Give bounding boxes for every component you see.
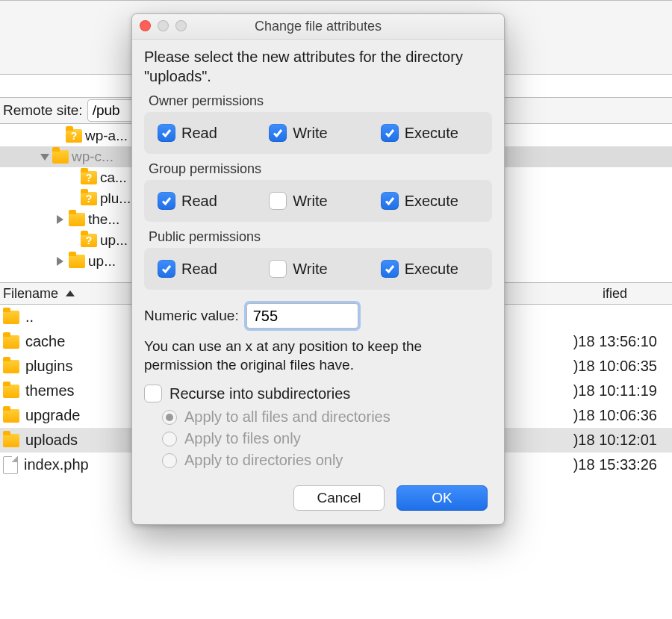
group-permissions-box: Read Write Execute bbox=[144, 180, 492, 222]
public-permissions-label: Public permissions bbox=[149, 229, 492, 245]
unknown-badge-icon: ? bbox=[66, 129, 82, 143]
radio-apply-dirs-label: Apply to directories only bbox=[184, 452, 343, 469]
chevron-down-icon[interactable] bbox=[40, 154, 49, 161]
owner-permissions-label: Owner permissions bbox=[149, 93, 492, 109]
tree-item-label: the... bbox=[88, 211, 119, 228]
dialog-instruction: Please select the new attributes for the… bbox=[144, 47, 492, 86]
folder-icon: ? bbox=[66, 129, 82, 143]
public-execute-label: Execute bbox=[405, 261, 458, 278]
numeric-value-input[interactable] bbox=[246, 303, 358, 329]
file-timestamp: )18 13:56:10 bbox=[573, 333, 657, 350]
file-timestamp: )18 10:12:01 bbox=[573, 432, 657, 449]
folder-icon bbox=[3, 409, 19, 423]
radio-apply-files-label: Apply to files only bbox=[184, 430, 301, 447]
file-name: themes bbox=[25, 382, 75, 399]
tree-item-label: ca... bbox=[100, 169, 127, 186]
window-controls bbox=[140, 20, 187, 31]
file-timestamp: )18 10:06:35 bbox=[573, 358, 657, 375]
recurse-options: Apply to all files and directories Apply… bbox=[162, 408, 492, 469]
folder-icon bbox=[3, 311, 19, 324]
tree-item-label: up... bbox=[88, 253, 116, 270]
tree-item-label: wp-a... bbox=[85, 128, 128, 144]
dialog-titlebar: Change file attributes bbox=[132, 14, 504, 40]
minimize-icon bbox=[158, 20, 169, 31]
file-name: index.php bbox=[24, 456, 89, 473]
owner-write-label: Write bbox=[293, 125, 327, 142]
owner-permissions-box: Read Write Execute bbox=[144, 112, 492, 154]
folder-icon bbox=[69, 255, 85, 268]
folder-icon bbox=[3, 360, 19, 373]
radio-apply-dirs bbox=[162, 453, 177, 468]
owner-execute-checkbox[interactable] bbox=[381, 124, 399, 142]
tree-item-label: up... bbox=[100, 232, 128, 249]
folder-icon bbox=[52, 150, 69, 164]
group-write-checkbox[interactable] bbox=[269, 192, 287, 210]
numeric-hint: You can use an x at any position to keep… bbox=[144, 338, 492, 374]
remote-site-label: Remote site: bbox=[3, 102, 83, 119]
folder-icon bbox=[3, 434, 19, 447]
close-icon[interactable] bbox=[140, 20, 151, 31]
file-name: .. bbox=[25, 308, 34, 326]
folder-icon bbox=[3, 385, 19, 398]
unknown-badge-icon: ? bbox=[81, 171, 97, 184]
folder-icon: ? bbox=[81, 192, 97, 205]
folder-icon bbox=[69, 213, 85, 226]
radio-apply-files bbox=[162, 432, 177, 447]
column-filename[interactable]: Filename bbox=[3, 286, 58, 302]
file-timestamp: )18 10:11:19 bbox=[573, 382, 657, 399]
folder-icon: ? bbox=[81, 234, 97, 247]
cancel-button[interactable]: Cancel bbox=[293, 485, 385, 511]
public-execute-checkbox[interactable] bbox=[381, 260, 399, 278]
public-write-checkbox[interactable] bbox=[269, 260, 287, 278]
file-icon bbox=[3, 456, 18, 474]
public-read-checkbox[interactable] bbox=[158, 260, 175, 278]
dialog-title: Change file attributes bbox=[255, 19, 382, 34]
chevron-right-icon[interactable] bbox=[57, 215, 66, 224]
public-permissions-box: Read Write Execute bbox=[144, 248, 492, 290]
file-name: plugins bbox=[25, 358, 72, 375]
public-write-label: Write bbox=[293, 261, 327, 278]
tree-item-label: wp-c... bbox=[72, 149, 113, 165]
radio-apply-all bbox=[162, 410, 177, 425]
owner-read-checkbox[interactable] bbox=[158, 124, 175, 142]
folder-icon bbox=[3, 335, 19, 349]
sort-ascending-icon bbox=[66, 290, 75, 296]
file-timestamp: )18 15:33:26 bbox=[573, 456, 657, 473]
group-permissions-label: Group permissions bbox=[149, 161, 492, 177]
group-execute-checkbox[interactable] bbox=[381, 192, 399, 210]
group-execute-label: Execute bbox=[405, 193, 458, 210]
group-read-label: Read bbox=[181, 193, 217, 210]
file-timestamp: )18 10:06:36 bbox=[573, 407, 657, 424]
group-write-label: Write bbox=[293, 193, 327, 210]
owner-read-label: Read bbox=[181, 125, 217, 142]
column-modified-fragment[interactable]: ified bbox=[603, 286, 627, 302]
owner-execute-label: Execute bbox=[405, 125, 458, 142]
recurse-checkbox[interactable] bbox=[144, 385, 162, 402]
ok-button[interactable]: OK bbox=[396, 485, 488, 511]
file-name: upgrade bbox=[25, 407, 80, 424]
tree-item-label: plu... bbox=[100, 190, 131, 207]
change-file-attributes-dialog: Change file attributes Please select the… bbox=[131, 13, 505, 525]
zoom-icon bbox=[175, 20, 187, 31]
chevron-right-icon[interactable] bbox=[57, 257, 66, 266]
recurse-label: Recurse into subdirectories bbox=[169, 385, 350, 402]
file-name: cache bbox=[25, 333, 65, 350]
radio-apply-all-label: Apply to all files and directories bbox=[184, 408, 391, 426]
numeric-value-label: Numeric value: bbox=[144, 308, 239, 324]
folder-icon: ? bbox=[81, 171, 97, 184]
unknown-badge-icon: ? bbox=[81, 234, 97, 247]
unknown-badge-icon: ? bbox=[81, 192, 97, 205]
owner-write-checkbox[interactable] bbox=[269, 124, 287, 142]
group-read-checkbox[interactable] bbox=[158, 192, 175, 210]
public-read-label: Read bbox=[181, 261, 217, 278]
file-name: uploads bbox=[25, 432, 78, 449]
